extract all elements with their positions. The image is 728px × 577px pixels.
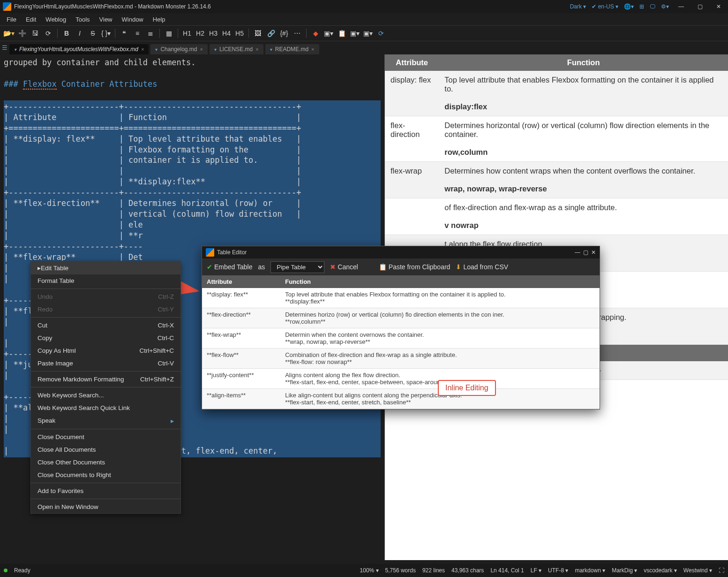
clipboard-icon[interactable]: 📋	[336, 27, 348, 39]
context-menu-item[interactable]: Add to Favorites	[31, 485, 180, 497]
context-menu-item[interactable]: UndoCtrl-Z	[31, 290, 180, 303]
tab[interactable]: ▾ LICENSE.md ×	[210, 44, 263, 54]
menu-weblog[interactable]: Weblog	[42, 15, 70, 24]
list-icon[interactable]: ≡	[131, 27, 143, 39]
context-menu-item[interactable]: CutCtrl-X	[31, 319, 180, 332]
annotation-callout: Inline Editing	[438, 380, 496, 396]
tab-active[interactable]: ▾ FlexingYourHtmlLayoutMusclesWithFlexbo…	[9, 44, 149, 54]
window-title: FlexingYourHtmlLayoutMusclesWithFlexbox.…	[14, 3, 211, 10]
status-encoding[interactable]: UTF-8 ▾	[548, 567, 568, 574]
sync-icon[interactable]: ⟳	[375, 27, 387, 39]
gear-icon[interactable]: ⚙▾	[661, 3, 669, 10]
dialog-titlebar: Table Editor — ▢ ✕	[202, 246, 600, 258]
context-menu-item[interactable]: ▸Edit Table	[31, 261, 180, 274]
expand-icon[interactable]: ⛶	[719, 567, 724, 574]
menu-file[interactable]: File	[3, 15, 20, 24]
monitor-icon[interactable]: 🖵	[650, 3, 655, 10]
context-menu-item[interactable]: Open in New Window	[31, 501, 180, 513]
bold-icon[interactable]: B	[60, 27, 73, 39]
minimize-button[interactable]: —	[575, 249, 580, 256]
markdown-icon: ▾	[14, 47, 16, 52]
menu-tools[interactable]: Tools	[72, 15, 93, 24]
tab[interactable]: ▾ Changelog.md ×	[150, 44, 208, 54]
context-menu-item[interactable]: RedoCtrl-Y	[31, 303, 180, 316]
close-icon[interactable]: ×	[200, 46, 203, 52]
h5-icon[interactable]: H5	[233, 27, 246, 39]
context-menu-item[interactable]: CopyCtrl-C	[31, 332, 180, 344]
terminal-icon[interactable]: ▣▾	[323, 27, 335, 39]
h1-icon[interactable]: H1	[181, 27, 193, 39]
dialog-toolbar: ✔Embed Table as Pipe Table ✖Cancel 📋Past…	[202, 258, 600, 275]
context-menu: ▸Edit TableFormat TableUndoCtrl-ZRedoCtr…	[30, 261, 181, 514]
editor-heading: ### Flexbox Container Attributes	[4, 79, 381, 90]
preview-th: Attribute	[385, 54, 439, 71]
context-menu-item[interactable]: Web Keyword Search Quick Link	[31, 402, 180, 414]
italic-icon[interactable]: I	[74, 27, 86, 39]
table-icon[interactable]: ▦	[163, 27, 175, 39]
markdown-icon: ▾	[270, 47, 272, 52]
maximize-button[interactable]: ▢	[583, 249, 588, 256]
status-dot-icon	[4, 569, 8, 572]
status-parser[interactable]: MarkDig ▾	[612, 567, 637, 574]
dialog-grid[interactable]: AttributeFunction **display: flex**Top l…	[202, 275, 600, 409]
menubar: File Edit Weblog Tools View Window Help	[0, 13, 728, 25]
context-menu-item[interactable]: Format Table	[31, 274, 180, 287]
close-button[interactable]: ✕	[712, 3, 725, 10]
status-author[interactable]: Westwind ▾	[683, 567, 712, 574]
theme-selector[interactable]: Dark ▾	[570, 3, 586, 10]
numbered-list-icon[interactable]: ≣	[144, 27, 157, 39]
cancel-button[interactable]: ✖Cancel	[330, 263, 358, 271]
save-icon[interactable]: 🖫	[29, 27, 41, 39]
screenshot-icon[interactable]: ▣▾	[349, 27, 361, 39]
menu-help[interactable]: Help	[149, 15, 169, 24]
context-menu-item[interactable]: Paste ImageCtrl-V	[31, 357, 180, 370]
language-selector[interactable]: ✔ en-US ▾	[592, 3, 618, 10]
strike-icon[interactable]: S	[87, 27, 99, 39]
minimize-button[interactable]: —	[675, 3, 688, 10]
quote-icon[interactable]: ❝	[118, 27, 130, 39]
context-menu-item[interactable]: Close Document	[31, 431, 180, 443]
load-csv-button[interactable]: ⬇Load from CSV	[456, 263, 508, 271]
grid-icon[interactable]: ⊞	[639, 3, 644, 10]
h4-icon[interactable]: H4	[220, 27, 233, 39]
context-menu-item[interactable]: Web Keyword Search...	[31, 389, 180, 402]
context-menu-item[interactable]: Close Documents to Right	[31, 469, 180, 481]
code-icon[interactable]: {#}	[278, 27, 290, 39]
context-menu-item[interactable]: Close Other Documents	[31, 456, 180, 469]
close-button[interactable]: ✕	[591, 249, 596, 256]
markdown-icon: ▾	[214, 47, 217, 52]
context-menu-item[interactable]: Remove Markdown FormattingCtrl+Shift+Z	[31, 373, 180, 386]
context-menu-item[interactable]: Copy As HtmlCtrl+Shift+C	[31, 344, 180, 357]
embed-table-button[interactable]: ✔Embed Table	[207, 263, 252, 271]
menu-edit[interactable]: Edit	[22, 15, 40, 24]
refresh-icon[interactable]: ⟳	[42, 27, 54, 39]
paste-clipboard-button[interactable]: 📋Paste from Clipboard	[379, 263, 450, 271]
tab[interactable]: ▾ README.md ×	[265, 44, 319, 54]
tab-label: Changelog.md	[160, 46, 197, 53]
close-icon[interactable]: ×	[141, 46, 144, 52]
status-theme[interactable]: vscodedark ▾	[644, 567, 677, 574]
git-icon[interactable]: ◆	[309, 27, 322, 39]
image-icon[interactable]: 🖼	[252, 27, 264, 39]
status-mode[interactable]: markdown ▾	[575, 567, 605, 574]
context-menu-item[interactable]: Close All Documents	[31, 443, 180, 456]
h2-icon[interactable]: H2	[194, 27, 206, 39]
more-icon[interactable]: ⋯	[291, 27, 303, 39]
maximize-button[interactable]: ▢	[693, 3, 706, 10]
context-menu-item[interactable]: Speak▸	[31, 414, 180, 427]
status-zoom[interactable]: 100% ▾	[360, 567, 379, 574]
globe-icon[interactable]: 🌐▾	[624, 3, 634, 10]
status-lineending[interactable]: LF ▾	[531, 567, 541, 574]
hamburger-icon[interactable]: ☰	[2, 44, 8, 51]
open-icon[interactable]: 📂▾	[3, 27, 15, 39]
code-braces-icon[interactable]: { }▾	[100, 27, 112, 39]
rss-icon[interactable]: ▣▾	[362, 27, 374, 39]
h3-icon[interactable]: H3	[207, 27, 219, 39]
menu-view[interactable]: View	[96, 15, 116, 24]
close-icon[interactable]: ×	[311, 46, 314, 52]
table-type-select[interactable]: Pipe Table	[270, 261, 324, 273]
link-icon[interactable]: 🔗	[265, 27, 277, 39]
close-icon[interactable]: ×	[255, 46, 258, 52]
menu-window[interactable]: Window	[118, 15, 147, 24]
new-icon[interactable]: ➕	[16, 27, 28, 39]
